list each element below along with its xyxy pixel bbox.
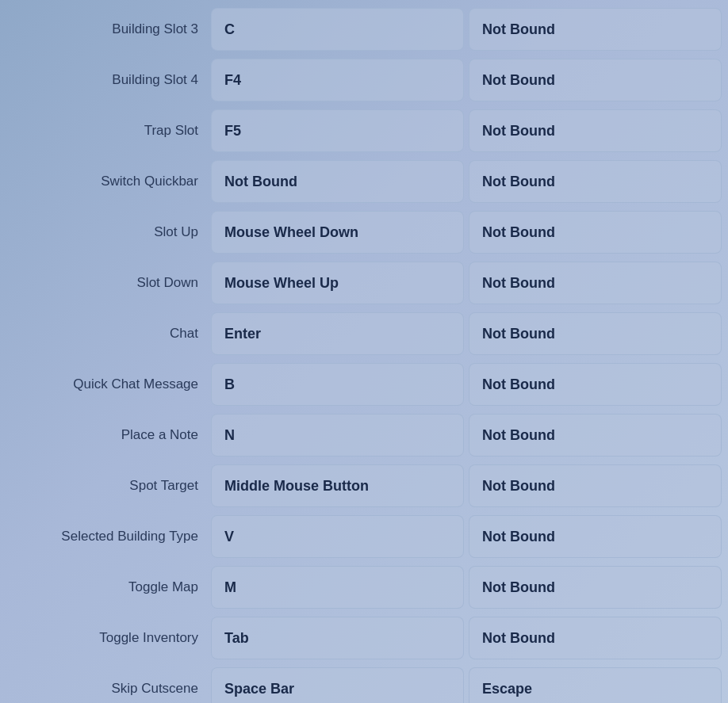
keybind-primary-button[interactable]: V <box>211 515 464 558</box>
keybind-row: Selected Building TypeVNot Bound <box>6 514 722 560</box>
keybind-row: Toggle MapMNot Bound <box>6 564 722 610</box>
keybind-secondary-button[interactable]: Not Bound <box>469 211 722 254</box>
keybind-row: Switch QuickbarNot BoundNot Bound <box>6 159 722 204</box>
keybind-row: Quick Chat MessageBNot Bound <box>6 361 722 407</box>
keybind-label: Chat <box>6 326 211 342</box>
keybind-label: Place a Note <box>6 427 211 443</box>
keybind-secondary-button[interactable]: Not Bound <box>469 566 722 609</box>
keybind-secondary-button[interactable]: Not Bound <box>469 262 722 304</box>
keybind-label: Skip Cutscene <box>6 681 211 697</box>
keybind-primary-button[interactable]: B <box>211 363 464 406</box>
keybind-secondary-button[interactable]: Not Bound <box>469 8 722 51</box>
keybind-primary-button[interactable]: F4 <box>211 59 464 101</box>
keybind-secondary-button[interactable]: Not Bound <box>469 109 722 152</box>
keybind-label: Slot Down <box>6 275 211 291</box>
keybind-row: Toggle InventoryTabNot Bound <box>6 615 722 661</box>
keybind-row: ChatEnterNot Bound <box>6 311 722 357</box>
keybind-primary-button[interactable]: Enter <box>211 312 464 355</box>
keybind-label: Building Slot 3 <box>6 21 211 37</box>
keybind-row: Trap SlotF5Not Bound <box>6 108 722 154</box>
keybind-secondary-button[interactable]: Escape <box>469 667 722 703</box>
keybind-label: Selected Building Type <box>6 529 211 544</box>
keybind-secondary-button[interactable]: Not Bound <box>469 414 722 457</box>
keybind-table: Building Slot 3CNot BoundBuilding Slot 4… <box>0 6 728 703</box>
keybind-secondary-button[interactable]: Not Bound <box>469 617 722 659</box>
keybind-primary-button[interactable]: M <box>211 566 464 609</box>
keybind-primary-button[interactable]: C <box>211 8 464 51</box>
keybind-row: Slot UpMouse Wheel DownNot Bound <box>6 209 722 255</box>
keybind-label: Quick Chat Message <box>6 376 211 392</box>
keybind-primary-button[interactable]: N <box>211 414 464 457</box>
keybind-row: Place a NoteNNot Bound <box>6 412 722 458</box>
keybind-row: Building Slot 4F4Not Bound <box>6 57 722 103</box>
keybind-secondary-button[interactable]: Not Bound <box>469 515 722 558</box>
keybind-primary-button[interactable]: Space Bar <box>211 667 464 703</box>
keybind-secondary-button[interactable]: Not Bound <box>469 464 722 507</box>
keybind-secondary-button[interactable]: Not Bound <box>469 59 722 101</box>
keybind-row: Skip CutsceneSpace BarEscape <box>6 666 722 703</box>
keybind-primary-button[interactable]: Not Bound <box>211 160 464 203</box>
keybind-secondary-button[interactable]: Not Bound <box>469 363 722 406</box>
keybind-primary-button[interactable]: Middle Mouse Button <box>211 464 464 507</box>
keybind-primary-button[interactable]: Mouse Wheel Up <box>211 262 464 304</box>
keybind-secondary-button[interactable]: Not Bound <box>469 312 722 355</box>
keybind-row: Spot TargetMiddle Mouse ButtonNot Bound <box>6 463 722 509</box>
keybind-primary-button[interactable]: Tab <box>211 617 464 659</box>
keybind-label: Toggle Map <box>6 579 211 595</box>
keybind-label: Spot Target <box>6 478 211 494</box>
keybind-label: Slot Up <box>6 224 211 240</box>
keybind-row: Slot DownMouse Wheel UpNot Bound <box>6 260 722 306</box>
keybind-label: Switch Quickbar <box>6 174 211 189</box>
keybind-primary-button[interactable]: F5 <box>211 109 464 152</box>
keybind-primary-button[interactable]: Mouse Wheel Down <box>211 211 464 254</box>
keybind-row: Building Slot 3CNot Bound <box>6 6 722 52</box>
keybind-label: Toggle Inventory <box>6 630 211 646</box>
keybind-label: Building Slot 4 <box>6 72 211 88</box>
keybind-label: Trap Slot <box>6 123 211 139</box>
keybind-secondary-button[interactable]: Not Bound <box>469 160 722 203</box>
